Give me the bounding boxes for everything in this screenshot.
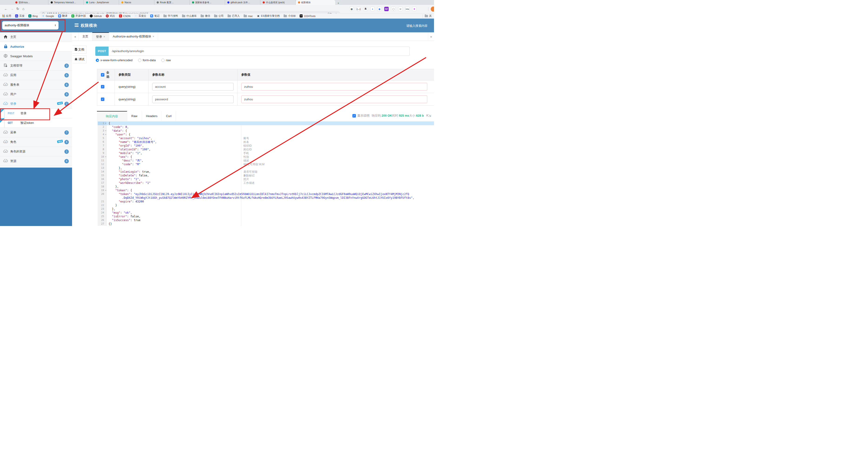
bookmark-item[interactable]: C开源中国	[71, 14, 86, 18]
bookmark-item[interactable]: CCSDN	[119, 15, 130, 18]
content-type-option[interactable]: x-www-form-urlencoded	[96, 58, 132, 62]
checkbox-icon[interactable]: ✓	[101, 97, 104, 101]
bookmark-item[interactable]: 应用	[2, 14, 11, 18]
workspace-tab-登录[interactable]: 登录×	[92, 32, 109, 41]
reader-icon[interactable]: ▤	[349, 7, 354, 11]
param-name-input[interactable]: password	[152, 95, 234, 103]
browser-tab[interactable]: github pack 文件…	[225, 0, 260, 5]
gitzip-icon[interactable]: GitZip	[405, 7, 410, 11]
side-tab-调试[interactable]: 调试	[72, 55, 87, 63]
response-tab-响应内容[interactable]: 响应内容	[97, 111, 127, 121]
browser-tab[interactable]: Temporary Interacti…	[48, 0, 84, 5]
en-translate-icon[interactable]: 英	[363, 7, 368, 11]
expand-icon[interactable]: ⇱⇲	[426, 114, 431, 117]
response-json-editor[interactable]: 1▾{2 "code": 0,3▾ "data": {4▾ "user": {5…	[98, 121, 434, 226]
bookmark-item[interactable]: 译翻译	[58, 14, 67, 18]
header-search-placeholder[interactable]: 请输入搜索内容	[406, 24, 428, 28]
sidebar-item-菜单[interactable]: API菜单7	[0, 128, 72, 137]
bookmark-item[interactable]: bBing	[28, 15, 38, 18]
request-path-field[interactable]: /api/authority/anno/login	[108, 47, 410, 56]
avatar[interactable]	[431, 6, 434, 12]
sidebar-item-资源[interactable]: API资源6	[0, 157, 72, 166]
sidebar-item-主页[interactable]: 主页	[0, 32, 72, 42]
sidebar-item-用户[interactable]: API用户9	[0, 90, 72, 99]
sidebar-item-应用[interactable]: API应用5	[0, 70, 72, 80]
workspace-tab-Authorize-authority-权限模块[interactable]: Authorize-authority-权限模块×	[109, 32, 158, 41]
content-type-option[interactable]: form-data	[138, 58, 156, 62]
browser-tab[interactable]: Nacos	[119, 0, 154, 5]
sidebar-item-服务表[interactable]: API服务表6	[0, 80, 72, 90]
bookmark-item[interactable]: 已导入	[227, 14, 240, 18]
sidebar-item-文档管理[interactable]: 文档管理3	[0, 61, 72, 70]
browser-tab[interactable]: 国家标准参考…	[190, 0, 225, 5]
response-tab-Raw[interactable]: Raw	[127, 111, 142, 121]
bookmark-item[interactable]: mac	[244, 15, 253, 18]
radio-icon[interactable]	[138, 59, 141, 62]
sidebar-item-角色的资源[interactable]: API角色的资源1	[0, 147, 72, 157]
response-tab-Curl[interactable]: Curl	[162, 111, 176, 121]
sidebar-item-get-验证token[interactable]: NEWGET验证token	[0, 118, 72, 128]
module-select[interactable]: authority-权限模块 ▲▼	[2, 21, 59, 30]
param-value-input[interactable]: zuihou	[241, 83, 427, 90]
side-tab-文档[interactable]: 文档	[72, 46, 87, 54]
braces-icon[interactable]: {…}	[356, 7, 361, 11]
bookmark-item[interactable]: ▤ES搜索引擎文档	[257, 14, 280, 18]
close-tab-icon[interactable]: ×	[103, 35, 105, 38]
radio-icon[interactable]	[161, 59, 164, 62]
menu-toggle-icon[interactable]	[74, 24, 79, 27]
m-chevron-icon[interactable]: M	[398, 7, 403, 11]
bookmark-item[interactable]: 什么都有	[182, 14, 197, 18]
back-icon[interactable]: ←	[4, 7, 8, 11]
ring-icon[interactable]: ◯	[391, 7, 396, 11]
sidebar-item-角色[interactable]: API角色NEW8	[0, 137, 72, 147]
new-tab-button[interactable]: +	[335, 2, 341, 5]
workspace-tab-bar: « 主页登录×Authorize-authority-权限模块×	[72, 32, 434, 41]
bookmark-item[interactable]: 小目标	[284, 14, 296, 18]
browser-tab[interactable]: 权限模块	[296, 0, 335, 5]
browser-tab[interactable]: Luna - JumpServer	[84, 0, 119, 5]
collapse-left-button[interactable]: «	[72, 32, 79, 41]
fold-caret-icon[interactable]: ▾	[105, 121, 106, 125]
reload-icon[interactable]: ↻	[16, 7, 19, 11]
browser-tab[interactable]: Route 配置…	[154, 0, 190, 5]
bookmark-item[interactable]: 公司	[214, 14, 224, 18]
home-icon[interactable]: ⌂	[22, 7, 24, 11]
forward-icon[interactable]: →	[10, 7, 14, 11]
globe-icon[interactable]: ◍	[377, 7, 382, 11]
other-bookmarks-folder[interactable]: 其	[425, 14, 432, 18]
bookmark-item[interactable]: 学习资料	[163, 14, 178, 18]
close-tab-icon[interactable]: ×	[153, 35, 154, 38]
response-tab-Headers[interactable]: Headers	[142, 111, 162, 121]
bookmark-item[interactable]: du百度	[15, 14, 24, 18]
checkbox-icon[interactable]: ✓	[352, 114, 356, 117]
sidebar-item-post-登录[interactable]: NEWPOST登录	[0, 109, 72, 118]
browser-tab[interactable]: 登录/oza…	[13, 0, 48, 5]
bookmark-item[interactable]: 10241024Tools	[300, 15, 315, 18]
bookmark-item[interactable]: ✎笔记	[150, 14, 159, 18]
workspace-tab-主页[interactable]: 主页	[79, 32, 92, 41]
bookmark-item[interactable]: G码云	[106, 14, 115, 18]
spark-icon[interactable]: ✳	[412, 7, 416, 11]
checkbox-icon[interactable]: ✓	[101, 85, 104, 88]
bookmark-item[interactable]: ∞百度云	[134, 14, 146, 18]
browser-tab[interactable]: 什么值得买 (pack)	[260, 0, 296, 5]
param-name-input[interactable]: account	[152, 83, 234, 90]
collapse-right-button[interactable]: »	[428, 32, 434, 41]
fold-caret-icon[interactable]: ▾	[105, 129, 106, 133]
chrome-icon[interactable]: ●	[370, 7, 375, 11]
bookmark-item[interactable]: 微信	[200, 14, 210, 18]
fold-caret-icon[interactable]: ▾	[105, 133, 106, 136]
fold-caret-icon[interactable]: ▾	[105, 155, 106, 159]
rp-icon[interactable]: RP	[384, 7, 389, 11]
radio-icon[interactable]	[96, 59, 99, 62]
fold-caret-icon[interactable]: ▾	[105, 189, 106, 192]
bookmark-item[interactable]: GGoogle	[41, 15, 54, 18]
sidebar-item-Swagger Models[interactable]: Swagger Models	[0, 51, 72, 61]
sidebar-item-登录[interactable]: API登录NEW2	[0, 99, 72, 109]
bookmark-item[interactable]: GitHub	[90, 15, 102, 18]
content-type-option[interactable]: raw	[161, 58, 171, 62]
show-description-toggle[interactable]: ✓ 显示说明	[352, 114, 369, 118]
param-value-input[interactable]: zuihou	[241, 95, 427, 103]
checkbox-icon[interactable]: ✓	[101, 73, 104, 77]
sidebar-item-Authorize[interactable]: Authorize	[0, 42, 72, 51]
